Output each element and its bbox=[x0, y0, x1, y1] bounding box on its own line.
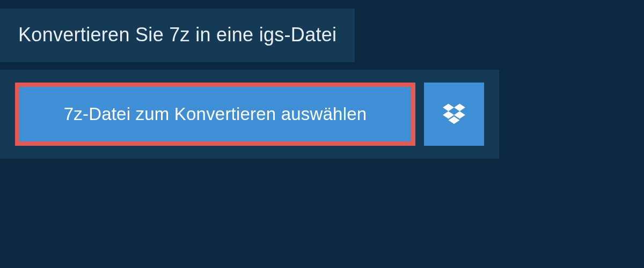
upload-panel: 7z-Datei zum Konvertieren auswählen bbox=[0, 70, 499, 159]
select-file-button[interactable]: 7z-Datei zum Konvertieren auswählen bbox=[19, 87, 411, 142]
header-bar: Konvertieren Sie 7z in eine igs-Datei bbox=[0, 9, 355, 62]
page-title: Konvertieren Sie 7z in eine igs-Datei bbox=[18, 24, 336, 46]
dropbox-icon bbox=[443, 102, 465, 126]
dropbox-button[interactable] bbox=[424, 83, 484, 146]
select-file-highlight: 7z-Datei zum Konvertieren auswählen bbox=[15, 83, 415, 146]
